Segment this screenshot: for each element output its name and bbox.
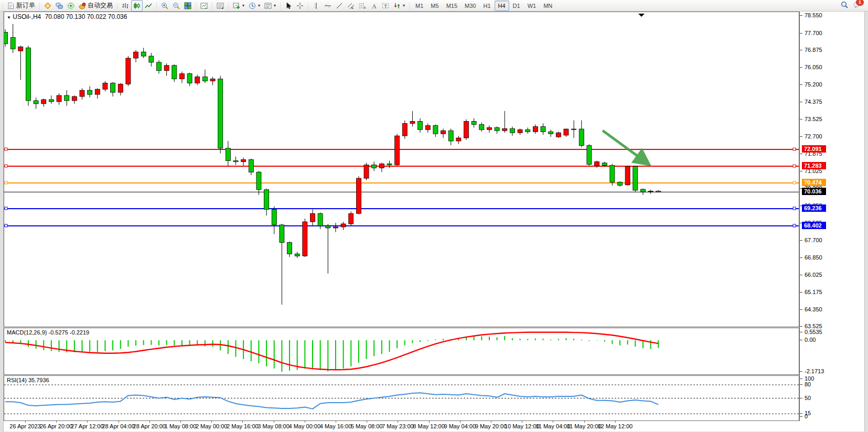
search-icon bbox=[841, 1, 848, 8]
zoom-in-icon bbox=[161, 2, 168, 9]
timeframe-w1-button[interactable]: W1 bbox=[524, 1, 540, 11]
indicator-list-button[interactable] bbox=[215, 0, 226, 12]
template-button[interactable]: ▾ bbox=[262, 0, 278, 12]
indicator-window-button[interactable] bbox=[198, 0, 210, 12]
arrows-button[interactable]: ▾ bbox=[391, 0, 407, 12]
rsi-panel[interactable]: RSI(14) 35.7936 bbox=[4, 375, 799, 421]
line-chart-button[interactable] bbox=[143, 0, 154, 12]
price-line-badge: 70.474 bbox=[802, 179, 826, 186]
timeframe-m5-button[interactable]: M5 bbox=[427, 1, 442, 11]
timeframe-mn-button[interactable]: MN bbox=[540, 1, 556, 11]
macd-tick-label-tick bbox=[800, 332, 802, 332]
price-tick-label: 64.350 bbox=[805, 306, 822, 313]
price-tick-label-tick bbox=[800, 171, 802, 171]
trendline-button[interactable] bbox=[334, 0, 345, 12]
autotrade-button-label: 自动交易 bbox=[88, 1, 113, 10]
toolbar-grip[interactable] bbox=[408, 2, 411, 10]
svg-text:F: F bbox=[364, 6, 366, 9]
toolbar-grip[interactable] bbox=[279, 2, 282, 10]
time-tick bbox=[460, 421, 460, 423]
svg-text:T: T bbox=[384, 3, 388, 8]
signals-button[interactable] bbox=[65, 0, 77, 12]
time-axis[interactable]: 26 Apr 202326 Apr 20:0027 Apr 12:0028 Ap… bbox=[4, 421, 799, 431]
shapes-icon bbox=[393, 2, 401, 9]
axis-corner bbox=[799, 421, 864, 431]
rsi-tick-label-tick bbox=[800, 413, 802, 414]
toolbar-grip[interactable] bbox=[38, 2, 41, 10]
crosshair-button[interactable] bbox=[294, 0, 306, 12]
price-tick-label: 72.700 bbox=[805, 133, 822, 140]
periods-button[interactable]: ▾ bbox=[247, 0, 262, 12]
main-toolbar: 新订单自动交易▾▾▾EFAT▾M1M5M15M30H1H4D1W1MN1 bbox=[0, 0, 868, 12]
horizontal-line-button[interactable] bbox=[322, 0, 334, 12]
timeframe-h4-button[interactable]: H4 bbox=[495, 1, 509, 11]
price-line-badge: 70.036 bbox=[802, 188, 826, 195]
tile-windows-button[interactable] bbox=[182, 0, 194, 12]
toolbar-grip[interactable] bbox=[195, 2, 197, 10]
terminal-button[interactable] bbox=[53, 0, 65, 12]
template-icon bbox=[264, 2, 272, 9]
notification-badge: 1 bbox=[856, 0, 864, 6]
bar-chart-button[interactable] bbox=[120, 0, 131, 12]
text-a-icon: A bbox=[370, 2, 378, 9]
mt4-window: 新订单自动交易▾▾▾EFAT▾M1M5M15M30H1H4D1W1MN1 ▼ U… bbox=[0, 0, 868, 432]
market-watch-button[interactable] bbox=[42, 0, 53, 12]
main-chart-panel[interactable]: ▼ USOil-,H4 70.080 70.130 70.022 70.036 bbox=[4, 12, 799, 327]
toolbar-grip[interactable] bbox=[307, 2, 309, 10]
time-tick bbox=[87, 421, 88, 423]
time-tick bbox=[119, 421, 119, 423]
toolbar-grip[interactable] bbox=[2, 2, 4, 10]
candlestick-chart-button[interactable] bbox=[131, 0, 143, 12]
chevron-down-icon: ▾ bbox=[258, 3, 260, 8]
chevron-down-icon: ▾ bbox=[274, 3, 276, 8]
rsi-tick-label-tick bbox=[800, 379, 802, 379]
channel-button[interactable]: E bbox=[345, 0, 357, 12]
zoom-out-button[interactable] bbox=[170, 0, 182, 12]
vertical-line-button[interactable] bbox=[310, 0, 322, 12]
time-tick bbox=[398, 421, 398, 423]
timeframe-m15-button[interactable]: M15 bbox=[443, 1, 461, 11]
time-tick bbox=[149, 421, 150, 423]
price-tick-label-tick bbox=[800, 309, 802, 310]
cursor-button[interactable] bbox=[283, 0, 294, 12]
price-line-badge: 68.402 bbox=[802, 222, 826, 229]
notifications-button[interactable]: 1 bbox=[853, 1, 861, 10]
candlestick-chart[interactable] bbox=[4, 12, 799, 327]
add-indicator-button[interactable]: ▾ bbox=[231, 0, 247, 12]
toolbar-grip[interactable] bbox=[116, 2, 119, 10]
timeframe-d1-button[interactable]: D1 bbox=[509, 1, 524, 11]
toolbar-grip[interactable] bbox=[155, 2, 158, 10]
toolbar-grip[interactable] bbox=[211, 2, 213, 10]
price-tick-label-tick bbox=[800, 119, 802, 120]
price-tick-label-tick bbox=[800, 84, 802, 85]
timeframe-h1-button[interactable]: H1 bbox=[479, 1, 494, 11]
price-line-badge: 69.236 bbox=[802, 204, 826, 212]
price-tick-label-tick bbox=[800, 240, 802, 241]
text-button[interactable]: A bbox=[368, 0, 380, 12]
price-tick-label-tick bbox=[800, 67, 802, 68]
new-order-button[interactable]: 新订单 bbox=[5, 0, 37, 12]
signal-icon bbox=[67, 2, 74, 9]
rsi-tick-label-tick bbox=[800, 384, 802, 385]
search-button[interactable] bbox=[841, 1, 848, 10]
label-t-icon: T bbox=[382, 2, 389, 9]
time-tick bbox=[615, 421, 616, 423]
time-tick bbox=[274, 421, 274, 423]
chart-collapse-icon[interactable]: ▼ bbox=[7, 15, 11, 20]
timeframe-m1-button[interactable]: M1 bbox=[412, 1, 427, 11]
window-right-edge bbox=[864, 12, 868, 432]
rsi-chart[interactable] bbox=[4, 376, 799, 420]
fibonacci-button[interactable]: F bbox=[357, 0, 368, 12]
time-tick bbox=[367, 421, 367, 423]
macd-chart[interactable] bbox=[4, 328, 799, 374]
timeframe-m30-button[interactable]: M30 bbox=[461, 1, 479, 11]
price-tick-label-tick bbox=[800, 33, 802, 34]
text-label-button[interactable]: T bbox=[380, 0, 391, 12]
zoom-in-button[interactable] bbox=[159, 0, 170, 12]
price-axis[interactable]: 78.55077.70076.87576.05075.20074.37573.5… bbox=[799, 12, 864, 421]
time-tick bbox=[56, 421, 57, 423]
rsi-tick-label: 80 bbox=[805, 381, 811, 388]
autotrade-button[interactable]: 自动交易 bbox=[77, 0, 115, 12]
macd-panel[interactable]: MACD(12,26,9) -0.5275 -0.2219 bbox=[4, 328, 799, 375]
toolbar-grip[interactable] bbox=[227, 2, 230, 10]
